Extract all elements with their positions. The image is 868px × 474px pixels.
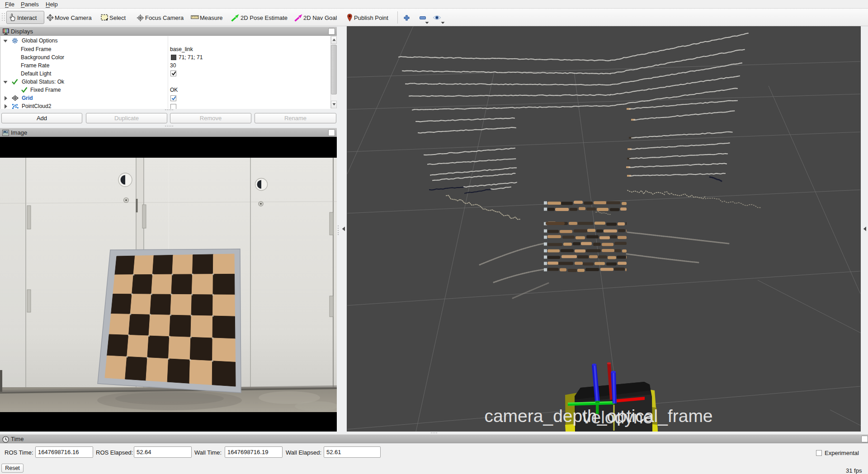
svg-text:velodyne: velodyne: [582, 408, 653, 427]
